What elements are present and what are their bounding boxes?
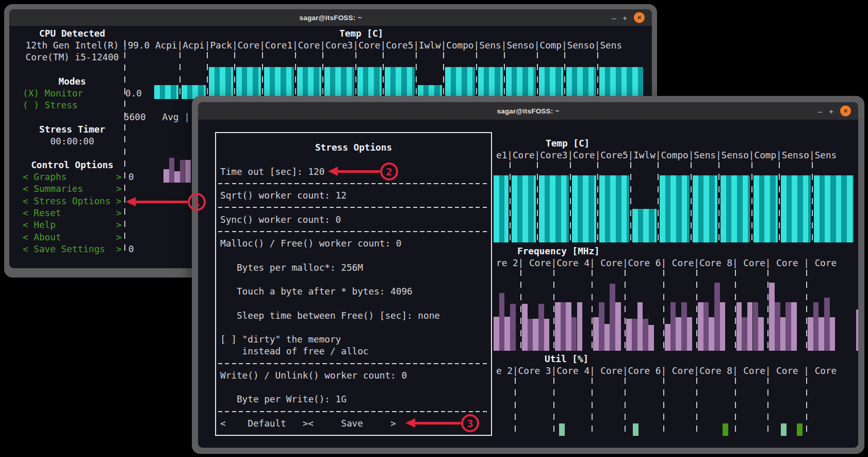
temp-bar [209, 67, 233, 99]
freq-bar [599, 302, 604, 351]
freq-bar [769, 283, 775, 351]
default-button[interactable]: < Default > [220, 418, 308, 429]
column-separator [597, 52, 598, 99]
temp-bar [814, 175, 854, 242]
stress-timer-value: 00:00:00 [23, 136, 122, 148]
temp-bar [357, 67, 382, 99]
temp-bar [632, 209, 657, 242]
field-sync-workers[interactable]: Sync() worker count: 0 [220, 214, 341, 226]
field-write-workers[interactable]: Write() / Unlink() worker count: 0 [220, 370, 407, 382]
temp-chart-title: Temp [C] [546, 138, 589, 150]
field-malloc-workers[interactable]: Malloc() / Free() worker count: 0 [220, 238, 401, 250]
freq-bar [163, 169, 169, 183]
maximize-button[interactable]: + [623, 14, 627, 22]
freq-bar [791, 302, 797, 351]
temp-chart-title-back: Temp [C] [339, 28, 383, 40]
freq-bar [681, 302, 687, 351]
annotation-badge-3: 3 [461, 414, 479, 432]
freq-chart-header: re 2| Core|Core 4| Core|Core 6| Core|Cor… [496, 257, 837, 269]
checkbox-dirty-memory[interactable]: [ ] "dirty" the memory [220, 334, 341, 346]
column-separator [592, 270, 593, 351]
dialog-separator [218, 411, 489, 412]
titlebar[interactable]: sagar@itsFOSS: ~ – + ✕ [198, 102, 858, 120]
freq-bar [637, 302, 643, 351]
column-separator [806, 270, 807, 351]
close-button[interactable]: ✕ [840, 106, 851, 117]
column-separator [234, 52, 235, 99]
column-separator [570, 162, 571, 242]
freq-bar [610, 284, 615, 351]
menu-item-about[interactable]: < About > [23, 232, 122, 243]
freq-bar [566, 302, 571, 351]
column-separator [696, 270, 697, 351]
menu-item-save-settings[interactable]: < Save Settings > [23, 243, 122, 255]
field-touch-byte[interactable]: Touch a byte after * bytes: 4096 [220, 286, 413, 298]
column-separator [207, 52, 208, 99]
freq-bar [504, 317, 510, 351]
freq-bar [775, 302, 780, 351]
freq-bar [813, 302, 819, 351]
freq-bar [856, 309, 858, 351]
freq-bar [632, 319, 637, 351]
annotation-arrow-1 [135, 201, 188, 203]
minimize-button[interactable]: – [612, 14, 616, 22]
temp-scale-min: 0.0 [125, 88, 142, 100]
column-separator [812, 162, 813, 242]
freq-bar [648, 325, 654, 351]
menu-item-reset[interactable]: < Reset > [23, 207, 122, 219]
main-column-separator [124, 40, 125, 255]
close-icon: ✕ [637, 15, 642, 21]
menu-item-stress-options[interactable]: < Stress Options > [23, 195, 122, 207]
freq-bar [510, 304, 516, 351]
desktop: { "colors": { "desktop_bg": "#000000", "… [0, 0, 868, 457]
field-timeout[interactable]: Time out [sec]: 120 [220, 166, 324, 178]
column-separator [295, 52, 296, 99]
freq-bar [703, 302, 709, 351]
column-separator [383, 52, 384, 99]
temp-bar [660, 175, 690, 242]
temp-bar [599, 175, 629, 242]
temp-bar [506, 67, 536, 99]
temp-bar [781, 175, 811, 242]
mode-monitor-radio[interactable]: (X) Monitor [23, 88, 83, 100]
dialog-button-row: < Default >< Save > [220, 418, 396, 430]
checkbox-dirty-memory-caption: instead of free / alloc [220, 346, 369, 357]
temp-chart-header: e1|Core|Core3|Core|Core5|Iwlw|Compo|Sens… [496, 150, 837, 161]
column-separator [592, 378, 593, 436]
column-separator [443, 52, 444, 99]
column-separator [510, 162, 511, 242]
annotation-badge-2: 2 [380, 162, 398, 181]
freq-bar [571, 317, 577, 351]
terminal-content-front: Temp [C] e1|Core|Core3|Core|Core5|Iwlw|C… [198, 120, 858, 448]
dialog-title: Stress Options [216, 142, 491, 154]
column-separator [537, 52, 538, 99]
freq-bar [169, 158, 175, 183]
field-sqrt-workers[interactable]: Sqrt() worker count: 12 [220, 190, 347, 202]
minimize-button[interactable]: – [818, 107, 822, 115]
menu-item-help[interactable]: < Help > [23, 219, 122, 231]
window-title: sagar@itsFOSS: ~ [198, 107, 858, 115]
maximize-button[interactable]: + [829, 107, 833, 115]
menu-item-graphs[interactable]: < Graphs > [23, 171, 122, 183]
column-separator [625, 378, 626, 436]
freq-bar [577, 302, 583, 351]
util-bar [633, 423, 638, 436]
mode-stress-radio[interactable]: ( ) Stress [23, 100, 78, 111]
field-bytes-per-write[interactable]: Byte per Write(): 1G [220, 394, 347, 405]
column-separator [658, 162, 659, 242]
temp-bar [154, 85, 178, 99]
column-separator [537, 162, 538, 242]
temp-bar [385, 67, 415, 99]
menu-item-summaries[interactable]: < Summaries > [23, 183, 122, 195]
freq-bar [785, 302, 791, 351]
freq-bar [499, 293, 505, 351]
save-button[interactable]: < Save > [308, 418, 396, 429]
dialog-separator [218, 363, 489, 364]
column-separator [696, 378, 697, 436]
temp-bar [599, 67, 643, 99]
close-button[interactable]: ✕ [634, 12, 645, 23]
field-sleep-time[interactable]: Sleep time between Free() [sec]: none [220, 310, 440, 322]
dialog-separator [218, 183, 489, 184]
field-bytes-per-malloc[interactable]: Bytes per malloc*: 256M [220, 262, 363, 274]
titlebar[interactable]: sagar@itsFOSS: ~ – + ✕ [9, 9, 652, 26]
